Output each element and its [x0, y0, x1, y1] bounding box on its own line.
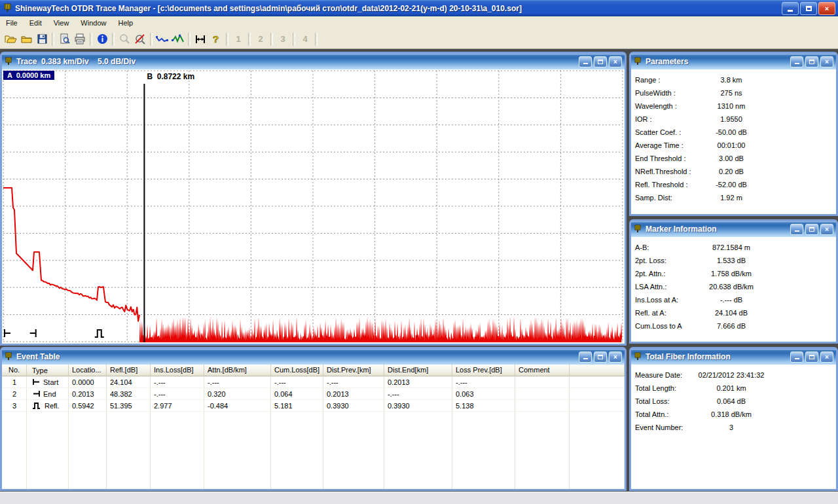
- marker-info-titlebar[interactable]: Marker Information ×: [631, 221, 836, 237]
- column-header-distprev[interactable]: Dist.Prev.[km]: [323, 365, 384, 376]
- column-header-no[interactable]: No.: [2, 365, 27, 376]
- cell-filler: [570, 405, 625, 407]
- parameters-maximize-button[interactable]: [805, 56, 818, 67]
- menu-file[interactable]: File: [0, 18, 24, 28]
- menu-edit[interactable]: Edit: [24, 18, 48, 28]
- close-icon: ×: [825, 5, 829, 12]
- total-fiber-list: Measure Date:02/21/2012 23:41:32Total Le…: [631, 365, 836, 434]
- toolbar-separator: [293, 33, 295, 46]
- column-header-comment[interactable]: Comment: [515, 365, 570, 376]
- trace-window-title: Trace 0.383 km/Div 5.0 dB/Div: [16, 57, 136, 66]
- parameters-minimize-button[interactable]: [790, 56, 803, 67]
- trace-b-button[interactable]: [170, 31, 186, 46]
- cell-comment: [515, 405, 570, 407]
- parameters-icon: [634, 57, 642, 66]
- marker-button[interactable]: [192, 31, 208, 46]
- help-button[interactable]: ?: [208, 31, 224, 46]
- column-header-distend[interactable]: Dist.End[km]: [384, 365, 452, 376]
- save-button[interactable]: [34, 31, 50, 46]
- info-row: End Threshold :3.00 dB: [631, 152, 836, 165]
- toolbar-separator: [270, 33, 273, 46]
- marker-info-minimize-button[interactable]: [790, 224, 803, 235]
- info-label: 2pt. Attn.:: [635, 270, 665, 278]
- total-fiber-maximize-button[interactable]: [805, 351, 818, 363]
- column-header-insloss[interactable]: Ins.Loss[dB]: [151, 365, 204, 376]
- trace-plot[interactable]: A 0.0000 km B 0.8722 km: [2, 69, 625, 344]
- column-header-attn[interactable]: Attn.[dB/km]: [204, 365, 271, 376]
- cell-type: Start: [27, 376, 69, 387]
- column-header-type[interactable]: Type: [27, 365, 69, 376]
- total-fiber-icon: [634, 352, 642, 361]
- titlebar[interactable]: ShinewayTech OTDR Trace Manager - [c:\do…: [0, 0, 838, 16]
- restore-button[interactable]: [800, 2, 817, 15]
- info-row: LSA Attn.:20.638 dB/km: [631, 280, 836, 293]
- info-value: 0.20 dB: [682, 168, 780, 175]
- trace-a-button[interactable]: [155, 31, 170, 46]
- info-label: End Threshold :: [635, 154, 685, 162]
- table-row[interactable]: 1 Start 0.0000 24.104 -.--- -.--- -.--- …: [2, 376, 625, 388]
- print-preview-button[interactable]: [56, 31, 72, 46]
- total-fiber-title: Total Fiber Information: [646, 352, 731, 361]
- menubar: File Edit View Window Help: [0, 16, 838, 29]
- column-header-location[interactable]: Locatio...: [69, 365, 107, 376]
- info-row: Range :3.8 km: [631, 73, 836, 86]
- cell: 0.0000: [69, 377, 107, 387]
- info-row: Total Attn.:0.318 dB/km: [631, 408, 836, 421]
- cell-no: 1: [2, 377, 27, 387]
- info-row: Event Number:3: [631, 421, 836, 434]
- minimize-icon: [795, 230, 799, 232]
- parameters-titlebar[interactable]: Parameters ×: [631, 54, 836, 69]
- zoom-cancel-button[interactable]: [132, 31, 148, 46]
- menu-view[interactable]: View: [48, 18, 75, 28]
- window-title: ShinewayTech OTDR Trace Manager - [c:\do…: [15, 4, 522, 13]
- open-file-button[interactable]: [3, 31, 18, 46]
- close-button[interactable]: ×: [818, 2, 835, 15]
- trace-green-icon: [172, 34, 185, 44]
- total-fiber-titlebar[interactable]: Total Fiber Information ×: [631, 349, 836, 365]
- info-button[interactable]: [94, 31, 110, 46]
- parameters-close-button[interactable]: ×: [820, 56, 833, 67]
- cell-filler: [570, 393, 625, 395]
- table-row[interactable]: 2 End 0.2013 48.382 -.--- 0.320 0.064 0.…: [2, 388, 625, 400]
- cell: 0.320: [204, 389, 271, 399]
- marker-span-icon: [194, 34, 206, 45]
- column-header-lossprev[interactable]: Loss Prev.[dB]: [452, 365, 515, 376]
- event-type-label: Refl.: [45, 402, 60, 410]
- menu-window[interactable]: Window: [75, 18, 112, 28]
- event-maximize-button[interactable]: [594, 351, 607, 363]
- table-row[interactable]: 3 Refl. 0.5942 51.395 2.977 -0.484 5.181…: [2, 400, 625, 412]
- marker-info-window: Marker Information × A-B:872.1584 m2pt. …: [629, 219, 838, 344]
- close-file-button[interactable]: [18, 31, 34, 46]
- total-fiber-minimize-button[interactable]: [790, 351, 803, 363]
- trace-maximize-button[interactable]: [594, 56, 607, 67]
- column-header-refl[interactable]: Refl.[dB]: [107, 365, 151, 376]
- info-row: Refl. Threshold :-52.00 dB: [631, 178, 836, 191]
- trace-window-titlebar[interactable]: Trace 0.383 km/Div 5.0 dB/Div ×: [2, 54, 625, 69]
- print-button[interactable]: [72, 31, 88, 46]
- marker-info-close-button[interactable]: ×: [820, 224, 833, 235]
- parameters-title: Parameters: [646, 57, 688, 66]
- column-header-cumloss[interactable]: Cum.Loss[dB]: [271, 365, 323, 376]
- trace-minimize-button[interactable]: [579, 56, 592, 67]
- marker-info-maximize-button[interactable]: [805, 224, 818, 235]
- info-label: Scatter Coef. :: [635, 128, 681, 136]
- info-row: Average Time :00:01:00: [631, 139, 836, 152]
- event-table-titlebar[interactable]: Event Table ×: [2, 349, 625, 365]
- marker-b-label[interactable]: B 0.8722 km: [147, 72, 194, 81]
- event-table-title: Event Table: [16, 352, 60, 361]
- info-row: Total Length:0.201 km: [631, 382, 836, 395]
- total-fiber-window: Total Fiber Information × Measure Date:0…: [629, 347, 838, 491]
- event-close-button[interactable]: ×: [609, 351, 622, 363]
- trace-close-button[interactable]: ×: [609, 56, 622, 67]
- menu-help[interactable]: Help: [112, 18, 139, 28]
- info-label: Ins.Loss at A:: [635, 296, 678, 304]
- marker-a-label[interactable]: A 0.0000 km: [3, 71, 54, 80]
- parameters-list: Range :3.8 kmPulseWidth :275 nsWavelengt…: [631, 69, 836, 204]
- event-minimize-button[interactable]: [579, 351, 592, 363]
- info-value: 00:01:00: [682, 141, 780, 149]
- info-value: 7.666 dB: [682, 322, 780, 330]
- minimize-button[interactable]: [782, 2, 799, 15]
- info-label: Total Loss:: [635, 397, 670, 405]
- cell: -.---: [323, 377, 384, 387]
- total-fiber-close-button[interactable]: ×: [820, 351, 833, 363]
